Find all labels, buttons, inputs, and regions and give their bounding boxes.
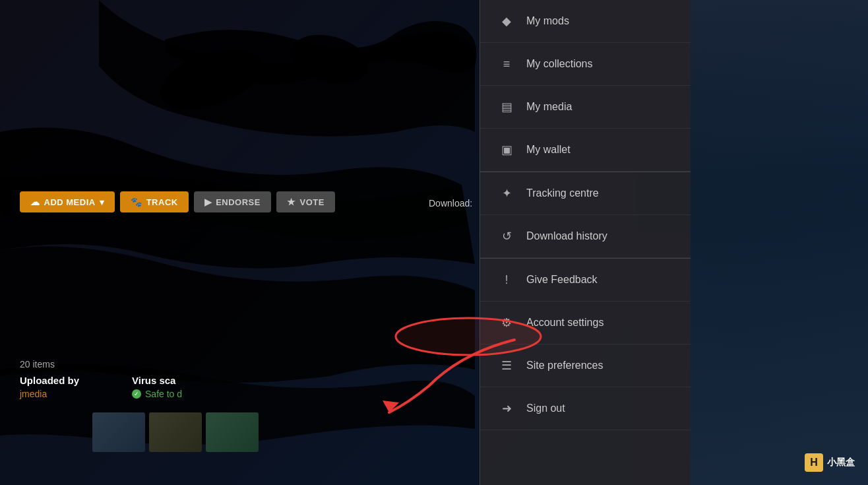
watermark-text: 小黑盒	[827, 457, 855, 469]
download-history-icon: ↺	[499, 228, 514, 244]
site-preferences-label: Site preferences	[526, 360, 604, 372]
sign-out-label: Sign out	[526, 403, 565, 414]
menu-item-my-collections[interactable]: ≡My collections	[480, 43, 691, 86]
my-media-icon: ▤	[499, 99, 514, 115]
watermark-icon: H	[805, 453, 823, 472]
give-feedback-label: Give Feedback	[526, 274, 598, 286]
track-button[interactable]: 🐾 TRACK	[120, 191, 189, 212]
bottom-info: 20 items Uploaded by jmedia Virus sca ✓ …	[20, 359, 182, 399]
menu-item-download-history[interactable]: ↺Download history	[480, 215, 691, 258]
my-wallet-icon: ▣	[499, 142, 514, 158]
menu-item-account-settings[interactable]: ⚙Account settings	[480, 302, 691, 344]
endorse-label: ENDORSE	[216, 197, 261, 207]
my-mods-label: My mods	[526, 15, 569, 27]
upload-icon: ☁	[30, 197, 40, 207]
uploaded-by-value: jmedia	[20, 389, 79, 399]
menu-item-my-media[interactable]: ▤My media	[480, 86, 691, 129]
safe-icon: ✓	[132, 389, 141, 399]
download-label: Download:	[429, 198, 472, 209]
star-icon: ★	[287, 197, 296, 207]
my-mods-icon: ◆	[499, 13, 514, 29]
menu-item-tracking-centre[interactable]: ✦Tracking centre	[480, 172, 691, 215]
thumbnail-2	[149, 412, 202, 452]
vote-label: VOTE	[299, 197, 324, 207]
site-preferences-icon: ☰	[499, 358, 514, 373]
toolbar: ☁ ADD MEDIA ▾ 🐾 TRACK ▶ ENDORSE ★ VOTE	[20, 191, 335, 212]
user-dropdown-menu: ◆My mods≡My collections▤My media▣My wall…	[480, 0, 691, 485]
menu-item-my-wallet[interactable]: ▣My wallet	[480, 129, 691, 172]
add-media-button[interactable]: ☁ ADD MEDIA ▾	[20, 191, 115, 212]
my-wallet-label: My wallet	[526, 144, 571, 156]
items-count: 20 items	[20, 359, 182, 370]
tracking-centre-icon: ✦	[499, 185, 514, 201]
virus-scan-block: Virus sca ✓ Safe to d	[132, 375, 182, 399]
account-settings-icon: ⚙	[499, 315, 514, 331]
thumbnail-3	[206, 412, 259, 452]
my-collections-icon: ≡	[499, 56, 514, 72]
download-history-label: Download history	[526, 230, 607, 242]
menu-item-my-mods[interactable]: ◆My mods	[480, 0, 691, 43]
tracking-centre-label: Tracking centre	[526, 187, 599, 199]
give-feedback-icon: !	[499, 272, 514, 288]
menu-item-site-preferences[interactable]: ☰Site preferences	[480, 344, 691, 387]
endorse-button[interactable]: ▶ ENDORSE	[194, 191, 271, 212]
thumbnails-row	[92, 412, 259, 452]
account-settings-label: Account settings	[526, 317, 604, 329]
track-icon: 🐾	[131, 197, 142, 207]
vote-button[interactable]: ★ VOTE	[276, 191, 335, 212]
uploaded-section: Uploaded by jmedia Virus sca ✓ Safe to d	[20, 375, 182, 399]
my-collections-label: My collections	[526, 58, 592, 70]
uploaded-by-label: Uploaded by	[20, 375, 79, 386]
virus-scan-value: ✓ Safe to d	[132, 389, 182, 399]
track-label: TRACK	[146, 197, 178, 207]
chevron-down-icon: ▾	[100, 197, 105, 207]
thumbnail-1	[92, 412, 145, 452]
virus-scan-label: Virus sca	[132, 375, 182, 386]
menu-item-give-feedback[interactable]: !Give Feedback	[480, 258, 691, 302]
endorse-icon: ▶	[204, 197, 212, 207]
my-media-label: My media	[526, 101, 572, 113]
add-media-label: ADD MEDIA	[44, 197, 96, 207]
sign-out-icon: ➜	[499, 401, 514, 416]
watermark: H 小黑盒	[805, 453, 855, 472]
menu-item-sign-out[interactable]: ➜Sign out	[480, 387, 691, 430]
uploaded-by-block: Uploaded by jmedia	[20, 375, 79, 399]
